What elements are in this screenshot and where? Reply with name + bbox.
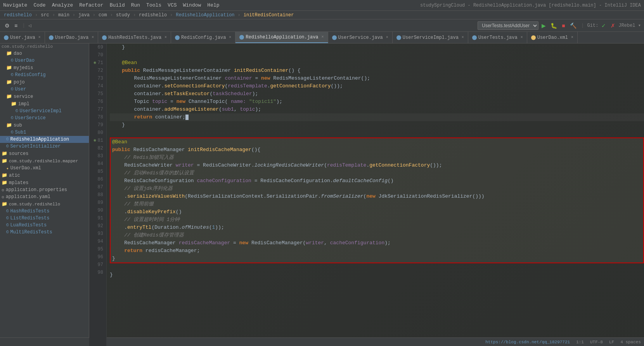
menu-tools[interactable]: Tools (146, 2, 161, 8)
tab-redishello-java[interactable]: RedishelloApplication.java × (235, 32, 328, 43)
sidebar-sources-folder[interactable]: 📁 sources (0, 150, 89, 157)
toolbar-settings-btn[interactable]: ⚙ (3, 22, 11, 30)
tab-close-hash[interactable]: × (164, 35, 167, 40)
sidebar-luaredistests[interactable]: © LuaRedisTests (0, 222, 89, 229)
menu-build[interactable]: Build (110, 2, 125, 8)
breadcrumb-com[interactable]: com (99, 12, 107, 18)
tab-icon-java2 (49, 35, 54, 40)
code-line-70 (110, 51, 644, 59)
run-config-select[interactable]: UserTests.testAddUser (478, 21, 538, 30)
sidebar-test-pkg[interactable]: 📁 com.study.redishello (0, 200, 89, 208)
code-line-76: Topic topic = new ChannelTopic( name: "t… (110, 98, 644, 106)
tab-user-java[interactable]: User.java × (0, 32, 45, 43)
tab-close-usertests[interactable]: × (521, 35, 523, 40)
sidebar-sub1[interactable]: © Sub1 (0, 129, 89, 136)
tab-close-user[interactable]: × (38, 35, 41, 40)
tab-close-userdao[interactable]: × (92, 35, 94, 40)
tab-usertests-java[interactable]: UserTests.java × (468, 32, 527, 43)
code-container: 69 70 ◉71 72 73 74 75 76 77 78 79 80 ◉81… (89, 43, 644, 346)
run-button[interactable]: ▶ (540, 22, 547, 30)
stop-button[interactable]: ■ (560, 22, 566, 30)
code-line-83: // Redis加锁写入器 (112, 154, 642, 162)
tab-userserviceimpl-java[interactable]: UserServiceImpl.java × (393, 32, 468, 43)
title-bar: redishello › src › main › java › com › s… (0, 11, 644, 19)
breadcrumb-pkg[interactable]: redishello (139, 12, 167, 18)
sidebar-redisconfig[interactable]: © RedisConfig (0, 71, 89, 78)
line-num-69: 69 (92, 43, 103, 51)
sidebar-dao-folder[interactable]: 📁 dao (0, 50, 89, 57)
build-button[interactable]: 🔨 (568, 22, 578, 30)
sidebar-listredistests[interactable]: © ListRedisTests (0, 215, 89, 222)
sidebar-user[interactable]: © User (0, 86, 89, 93)
sidebar: com.study.redishello 📁 dao © UserDao 📁 m… (0, 43, 89, 346)
sidebar-app-yaml[interactable]: ⚙ application.yaml (0, 193, 89, 200)
menu-refactor[interactable]: Refactor (79, 2, 103, 8)
line-num-95: 95 (92, 245, 103, 253)
menu-navigate[interactable]: Navigate (3, 2, 27, 8)
tab-userdao-java[interactable]: UserDao.java × (45, 32, 98, 43)
tab-icon-java5 (239, 35, 244, 40)
code-line-95: return redisCacheManager; (112, 247, 642, 255)
sidebar-servletinitializer[interactable]: © ServletInitializer (0, 143, 89, 150)
debug-button[interactable]: 🐛 (549, 22, 559, 30)
sidebar-userdao-xml[interactable]: ✦ UserDao.xml (0, 165, 89, 172)
breadcrumb-class[interactable]: RedishelloApplication (176, 12, 234, 18)
code-line-92: .entryTtl(Duration.ofMinutes(1)); (112, 224, 642, 231)
tab-close-redisconfig[interactable]: × (229, 35, 231, 40)
tab-label: RedisConfig.java (181, 35, 226, 40)
git-x-btn[interactable]: ✗ (609, 22, 617, 30)
breadcrumb-redishello[interactable]: redishello (4, 12, 32, 18)
toolbar-toggle-btn[interactable]: ≡ (13, 22, 19, 30)
sidebar-userserviceimpl[interactable]: © UserServiceImpl (0, 108, 89, 115)
sidebar-userservice[interactable]: © UserService (0, 115, 89, 122)
tab-close-userserviceimpl[interactable]: × (462, 35, 464, 40)
code-line-80 (110, 129, 644, 137)
sidebar-hashredistests[interactable]: © HashRedisTests (0, 208, 89, 215)
menu-run[interactable]: Run (131, 2, 140, 8)
menu-help[interactable]: Help (207, 2, 219, 8)
line-num-72: 72 (92, 67, 103, 75)
tab-close-userdao-xml[interactable]: × (571, 35, 573, 40)
sidebar-redishelloapplication[interactable]: © RedishelloApplication (0, 136, 89, 143)
tab-label: User.java (10, 35, 35, 40)
menu-window[interactable]: Window (183, 2, 201, 8)
git-checkmark-btn[interactable]: ✓ (600, 22, 608, 30)
code-line-75: container.setTaskExecutor(taskScheduler)… (110, 90, 644, 98)
sidebar-service-folder[interactable]: 📁 service (0, 93, 89, 100)
sidebar-templates-folder[interactable]: 📁 mplates (0, 179, 89, 186)
sidebar-app-properties[interactable]: ⚙ application.properties (0, 186, 89, 193)
sidebar-myjedis-folder[interactable]: 📁 myjedis (0, 64, 89, 71)
sidebar-pojo-folder[interactable]: 📁 pojo (0, 78, 89, 86)
tab-userservice-java[interactable]: UserService.java × (328, 32, 393, 43)
sidebar-sub-folder[interactable]: 📁 sub (0, 122, 89, 129)
sidebar-static-folder[interactable]: 📁 atic (0, 172, 89, 179)
breadcrumb-java[interactable]: java (78, 12, 90, 18)
code-area[interactable]: 69 70 ◉71 72 73 74 75 76 77 78 79 80 ◉81… (89, 43, 644, 346)
tab-userdao-xml[interactable]: UserDao.xml × (527, 32, 578, 43)
code-line-86: RedisCacheConfiguration cacheConfigurati… (112, 177, 642, 185)
line-num-87: 87 (92, 183, 103, 191)
sidebar-userdao[interactable]: © UserDao (0, 57, 89, 64)
sidebar-multiredistests[interactable]: © MultiRedisTests (0, 229, 89, 236)
sidebar-mapper-pkg[interactable]: 📁 com.study.redishello.mapper (0, 157, 89, 165)
breadcrumb-main[interactable]: main (58, 12, 69, 18)
menu-analyze[interactable]: Analyze (52, 2, 73, 8)
breadcrumb-src[interactable]: src (41, 12, 49, 18)
sidebar-impl-folder[interactable]: 📁 impl (0, 100, 89, 108)
breadcrumb-method[interactable]: initRedisContainer (244, 12, 294, 18)
tab-close-userservice[interactable]: × (386, 35, 388, 40)
menu-vcs[interactable]: VCS (168, 2, 177, 8)
menu-code[interactable]: Code (33, 2, 45, 8)
tab-icon-xml (531, 35, 536, 40)
line-num-76: 76 (92, 98, 103, 106)
nav-back-icon: ◁ (28, 23, 31, 29)
breadcrumb-study[interactable]: study (116, 12, 130, 18)
tab-label: UserService.java (338, 35, 383, 40)
line-num-88: 88 (92, 191, 103, 199)
tab-redisconfig-java[interactable]: RedisConfig.java × (171, 32, 235, 43)
tab-hash-java[interactable]: HashRedisTests.java × (98, 32, 171, 43)
line-num-90: 90 (92, 207, 103, 214)
git-label: Git: (587, 23, 599, 28)
tab-close-redishello[interactable]: × (322, 35, 324, 39)
code-line-96: } (112, 255, 642, 263)
